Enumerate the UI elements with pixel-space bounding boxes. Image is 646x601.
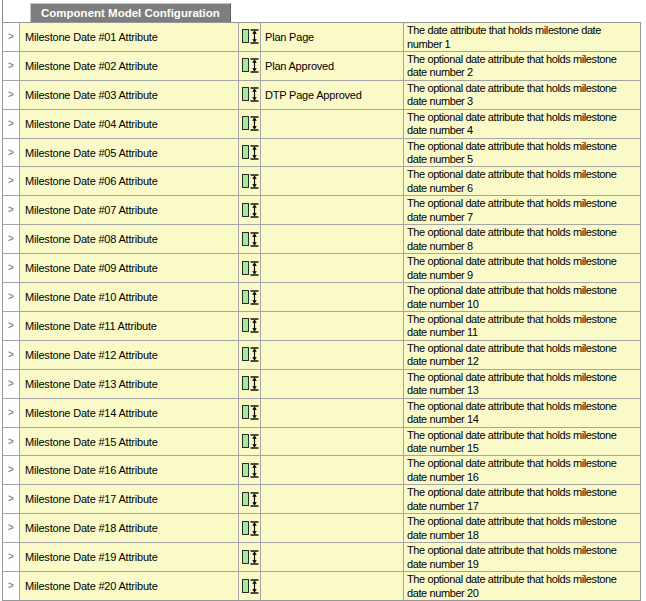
vertical-resize-icon (242, 232, 259, 247)
attribute-value-field[interactable] (261, 543, 403, 571)
chevron-right-icon: > (8, 176, 14, 188)
expand-row-button[interactable]: > (3, 52, 19, 80)
vertical-resize-icon (242, 318, 259, 333)
expand-row-button[interactable]: > (3, 514, 19, 542)
attribute-label: Milestone Date #11 Attribute (20, 312, 238, 340)
expand-row-button[interactable]: > (3, 543, 19, 571)
attribute-label: Milestone Date #14 Attribute (20, 399, 238, 427)
attribute-label: Milestone Date #18 Attribute (20, 514, 238, 542)
chevron-right-icon: > (8, 118, 14, 130)
attribute-label: Milestone Date #16 Attribute (20, 456, 238, 484)
attribute-type-cell (239, 543, 260, 571)
tab-label: Component Model Configuration (41, 7, 220, 19)
vertical-resize-icon (242, 376, 259, 391)
attribute-label: Milestone Date #03 Attribute (20, 81, 238, 109)
attribute-value-field[interactable] (261, 110, 403, 138)
attribute-value-field[interactable] (261, 139, 403, 167)
attribute-description: The optional date attribute that holds m… (404, 81, 640, 109)
attribute-value-field[interactable] (261, 167, 403, 195)
expand-row-button[interactable]: > (3, 23, 19, 51)
vertical-resize-icon (242, 434, 259, 449)
attribute-label: Milestone Date #05 Attribute (20, 139, 238, 167)
attribute-label: Milestone Date #08 Attribute (20, 225, 238, 253)
attribute-value-field[interactable]: Plan Approved (261, 52, 403, 80)
vertical-resize-icon (242, 203, 259, 218)
expand-row-button[interactable]: > (3, 196, 19, 224)
expand-row-button[interactable]: > (3, 399, 19, 427)
attribute-value-field[interactable] (261, 196, 403, 224)
attribute-description: The optional date attribute that holds m… (404, 399, 640, 427)
attribute-type-cell (239, 196, 260, 224)
attribute-label: Milestone Date #20 Attribute (20, 572, 238, 600)
vertical-resize-icon (242, 290, 259, 305)
expand-row-button[interactable]: > (3, 110, 19, 138)
attribute-value-field[interactable] (261, 370, 403, 398)
chevron-right-icon: > (8, 436, 14, 448)
attribute-type-cell (239, 456, 260, 484)
attribute-description: The optional date attribute that holds m… (404, 283, 640, 311)
attribute-value-field[interactable] (261, 341, 403, 369)
attribute-value-field[interactable] (261, 225, 403, 253)
attribute-label: Milestone Date #12 Attribute (20, 341, 238, 369)
expand-row-button[interactable]: > (3, 283, 19, 311)
attribute-value-field[interactable]: Plan Page (261, 23, 403, 51)
attribute-value-field[interactable] (261, 514, 403, 542)
expand-row-button[interactable]: > (3, 167, 19, 195)
attribute-type-cell (239, 52, 260, 80)
chevron-right-icon: > (8, 89, 14, 101)
vertical-resize-icon (242, 29, 259, 44)
vertical-resize-icon (242, 145, 259, 160)
attribute-description: The optional date attribute that holds m… (404, 572, 640, 600)
attribute-value-field[interactable] (261, 254, 403, 282)
tab-component-model-configuration[interactable]: Component Model Configuration (30, 3, 231, 22)
attribute-label: Milestone Date #15 Attribute (20, 428, 238, 456)
attribute-label: Milestone Date #17 Attribute (20, 485, 238, 513)
chevron-right-icon: > (8, 465, 14, 477)
attribute-description: The date attribute that holds milestone … (404, 23, 640, 51)
chevron-right-icon: > (8, 494, 14, 506)
chevron-right-icon: > (8, 291, 14, 303)
expand-row-button[interactable]: > (3, 428, 19, 456)
component-model-configuration-panel: Component Model Configuration >Milestone… (0, 0, 646, 601)
chevron-right-icon: > (8, 31, 14, 43)
attribute-value-field[interactable] (261, 428, 403, 456)
attribute-value-field[interactable] (261, 485, 403, 513)
expand-row-button[interactable]: > (3, 485, 19, 513)
expand-row-button[interactable]: > (3, 370, 19, 398)
attribute-type-cell (239, 81, 260, 109)
expand-row-button[interactable]: > (3, 312, 19, 340)
attribute-type-cell (239, 225, 260, 253)
expand-row-button[interactable]: > (3, 456, 19, 484)
attribute-description: The optional date attribute that holds m… (404, 370, 640, 398)
attribute-type-cell (239, 399, 260, 427)
expand-row-button[interactable]: > (3, 139, 19, 167)
attribute-type-cell (239, 485, 260, 513)
expand-row-button[interactable]: > (3, 341, 19, 369)
expand-row-button[interactable]: > (3, 225, 19, 253)
attribute-value-field[interactable] (261, 283, 403, 311)
attribute-label: Milestone Date #02 Attribute (20, 52, 238, 80)
attribute-description: The optional date attribute that holds m… (404, 341, 640, 369)
vertical-resize-icon (242, 116, 259, 131)
attribute-label: Milestone Date #06 Attribute (20, 167, 238, 195)
attribute-label: Milestone Date #07 Attribute (20, 196, 238, 224)
expand-row-button[interactable]: > (3, 572, 19, 600)
expand-row-button[interactable]: > (3, 81, 19, 109)
attribute-value-field[interactable]: DTP Page Approved (261, 81, 403, 109)
chevron-right-icon: > (8, 551, 14, 563)
attribute-type-cell (239, 572, 260, 600)
attribute-value-field[interactable] (261, 312, 403, 340)
attribute-description: The optional date attribute that holds m… (404, 428, 640, 456)
attribute-value-field[interactable] (261, 399, 403, 427)
chevron-right-icon: > (8, 580, 14, 592)
attribute-type-cell (239, 254, 260, 282)
attribute-value-field[interactable] (261, 456, 403, 484)
expand-row-button[interactable]: > (3, 254, 19, 282)
attribute-type-cell (239, 312, 260, 340)
vertical-resize-icon (242, 405, 259, 420)
chevron-right-icon: > (8, 60, 14, 72)
attribute-value-field[interactable] (261, 572, 403, 600)
attribute-description: The optional date attribute that holds m… (404, 196, 640, 224)
chevron-right-icon: > (8, 320, 14, 332)
chevron-right-icon: > (8, 378, 14, 390)
